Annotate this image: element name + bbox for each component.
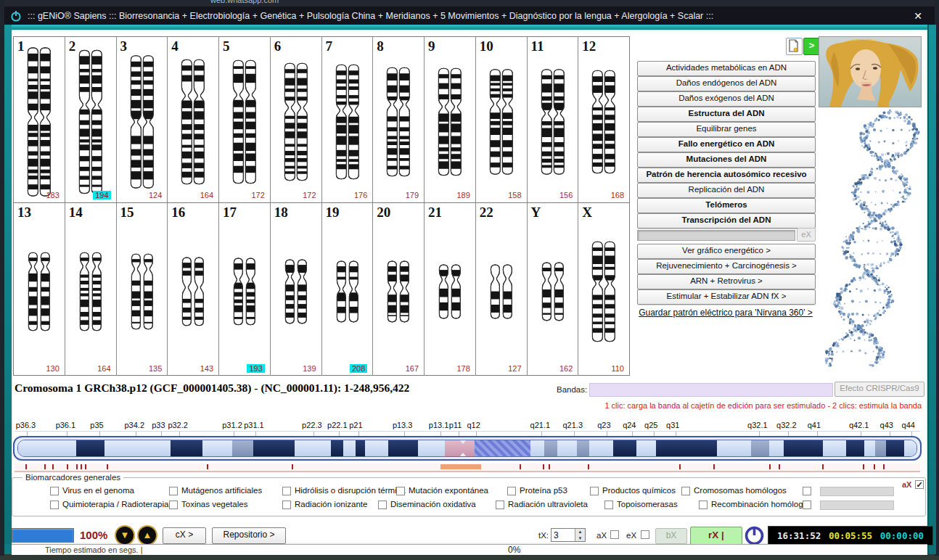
dna-panel-button-7[interactable]: Mutaciones del ADN bbox=[637, 152, 816, 168]
chromosome-figure[interactable] bbox=[425, 203, 475, 376]
karyotype-cell-16[interactable]: 16143 bbox=[168, 203, 219, 376]
band-label-q42.1[interactable]: q42.1 bbox=[849, 421, 869, 429]
ideogram-segment[interactable] bbox=[886, 440, 904, 456]
chromosome-figure[interactable] bbox=[65, 37, 116, 202]
band-label-p31.2[interactable]: p31.2 bbox=[222, 421, 242, 429]
decrease-button[interactable]: ▼ bbox=[115, 525, 135, 545]
panel-action-button-1[interactable]: Ver gráfico energético > bbox=[637, 244, 816, 259]
biomarker-checkbox[interactable] bbox=[496, 501, 504, 509]
power-info-icon[interactable] bbox=[745, 526, 764, 545]
dna-panel-button-3[interactable]: Daños exógenos del ADN bbox=[637, 91, 816, 107]
chromosome-figure[interactable] bbox=[219, 203, 270, 376]
ideogram-segment[interactable] bbox=[343, 440, 356, 456]
band-label-p33[interactable]: p33 bbox=[152, 421, 165, 429]
ideogram-segment[interactable] bbox=[875, 440, 886, 456]
go-button[interactable]: > bbox=[803, 38, 820, 55]
band-label-p11[interactable]: p11 bbox=[449, 421, 462, 429]
ideogram-segment[interactable] bbox=[656, 440, 717, 456]
karyotype-cell-Y[interactable]: Y162 bbox=[528, 203, 579, 376]
karyotype-cell-20[interactable]: 20167 bbox=[373, 203, 425, 376]
biomarker-checkbox[interactable] bbox=[699, 501, 708, 509]
karyotype-cell-13[interactable]: 13130 bbox=[14, 203, 65, 376]
chromosome-figure[interactable] bbox=[578, 37, 629, 202]
chromosome-figure[interactable] bbox=[271, 37, 321, 202]
ideogram-segment[interactable] bbox=[331, 440, 343, 456]
chromosome-figure[interactable] bbox=[476, 37, 527, 202]
karyotype-cell-8[interactable]: 8179 bbox=[373, 37, 425, 202]
dna-panel-button-8[interactable]: Patrón de herencia autosómico recesivo bbox=[637, 168, 816, 183]
ideogram-segment[interactable] bbox=[613, 440, 636, 456]
ideogram-segment[interactable] bbox=[530, 440, 545, 456]
biomarker-checkbox[interactable] bbox=[507, 487, 516, 495]
band-label-q32.2[interactable]: q32.2 bbox=[776, 421, 797, 429]
karyotype-cell-12[interactable]: 12168 bbox=[578, 37, 629, 202]
chromosome-figure[interactable] bbox=[65, 203, 116, 376]
band-label-q24[interactable]: q24 bbox=[623, 421, 636, 429]
band-label-q25[interactable]: q25 bbox=[644, 421, 657, 429]
new-document-button[interactable] bbox=[786, 38, 803, 55]
biomarker-checkbox[interactable] bbox=[169, 501, 178, 509]
dna-panel-button-11[interactable]: Transcripción del ADN bbox=[637, 213, 816, 228]
dna-panel-button-9[interactable]: Replicación del ADN bbox=[637, 183, 816, 198]
ideogram-segment[interactable] bbox=[544, 440, 557, 456]
rx-button[interactable]: rX | bbox=[690, 527, 742, 545]
band-label-q23[interactable]: q23 bbox=[597, 421, 610, 429]
ideogram-segment[interactable] bbox=[717, 440, 751, 456]
karyotype-cell-6[interactable]: 6172 bbox=[271, 37, 322, 202]
panel-action-button-4[interactable]: Estimular + Estabilizar ADN fX > bbox=[637, 289, 816, 305]
band-label-q31[interactable]: q31 bbox=[666, 421, 679, 429]
biomarker-checkbox[interactable] bbox=[169, 487, 178, 495]
increase-button[interactable]: ▲ bbox=[137, 525, 157, 545]
karyotype-cell-22[interactable]: 22127 bbox=[476, 203, 528, 376]
ideogram-segment[interactable] bbox=[232, 440, 254, 456]
dna-panel-button-1[interactable]: Actividades metabólicas en ADN bbox=[637, 61, 816, 76]
chromosome-figure[interactable] bbox=[373, 203, 424, 376]
karyotype-cell-1[interactable]: 1183 bbox=[14, 37, 65, 202]
karyotype-cell-10[interactable]: 10158 bbox=[476, 37, 528, 202]
karyotype-cell-21[interactable]: 21178 bbox=[425, 203, 476, 376]
chromosome-figure[interactable] bbox=[168, 37, 218, 202]
band-label-q44[interactable]: q44 bbox=[902, 421, 915, 429]
band-label-q12[interactable]: q12 bbox=[467, 421, 480, 429]
biomarker-checkbox[interactable] bbox=[604, 501, 613, 509]
karyotype-cell-2[interactable]: 2194 bbox=[65, 37, 117, 202]
karyotype-cell-19[interactable]: 19208 bbox=[322, 203, 374, 376]
karyotype-cell-X[interactable]: X110 bbox=[578, 203, 629, 376]
chromosome-figure[interactable] bbox=[373, 37, 424, 202]
karyotype-cell-9[interactable]: 9189 bbox=[425, 37, 476, 202]
dna-panel-button-2[interactable]: Daños endógenos del ADN bbox=[637, 76, 816, 91]
chromosome-figure[interactable] bbox=[14, 203, 65, 376]
ideogram-segment[interactable] bbox=[253, 440, 295, 456]
karyotype-cell-18[interactable]: 18139 bbox=[271, 203, 322, 376]
ideogram-segment[interactable] bbox=[864, 440, 875, 456]
karyotype-cell-15[interactable]: 15135 bbox=[117, 203, 168, 376]
chromosome-figure[interactable] bbox=[219, 37, 270, 202]
ax-checkbox[interactable] bbox=[610, 530, 619, 539]
band-label-p31.1[interactable]: p31.1 bbox=[244, 421, 264, 429]
band-label-p22.3[interactable]: p22.3 bbox=[302, 421, 322, 429]
biomarker-checkbox[interactable] bbox=[50, 487, 59, 495]
biomarker-checkbox[interactable] bbox=[282, 501, 291, 509]
karyotype-cell-11[interactable]: 11156 bbox=[528, 37, 579, 202]
chromosome-figure[interactable] bbox=[271, 203, 321, 376]
band-label-p36.3[interactable]: p36.3 bbox=[16, 421, 36, 429]
extra-biomarker-checkbox[interactable] bbox=[803, 501, 811, 509]
band-label-p36.1[interactable]: p36.1 bbox=[56, 421, 76, 429]
dna-panel-button-6[interactable]: Fallo energético en ADN bbox=[637, 137, 816, 152]
biomarker-checkbox[interactable] bbox=[396, 487, 405, 495]
chromosome-figure[interactable] bbox=[528, 37, 578, 202]
band-label-p21[interactable]: p21 bbox=[349, 421, 362, 429]
ideogram-segment[interactable] bbox=[784, 440, 823, 456]
bx-button[interactable]: bX bbox=[655, 528, 687, 544]
ideogram-segment[interactable] bbox=[589, 440, 612, 456]
chromosome-figure[interactable] bbox=[476, 203, 527, 376]
karyotype-cell-17[interactable]: 17193 bbox=[219, 203, 271, 376]
chromosome-figure[interactable] bbox=[168, 203, 218, 376]
chromosome-figure[interactable] bbox=[425, 37, 475, 202]
ideogram-segment[interactable] bbox=[104, 440, 171, 456]
chromosome-ideogram[interactable] bbox=[13, 436, 922, 461]
ex-checkbox[interactable] bbox=[641, 530, 649, 539]
chromosome-figure[interactable] bbox=[117, 37, 168, 202]
dna-panel-button-5[interactable]: Equilibrar genes bbox=[637, 122, 816, 137]
band-label-p13.3[interactable]: p13.3 bbox=[393, 421, 413, 429]
